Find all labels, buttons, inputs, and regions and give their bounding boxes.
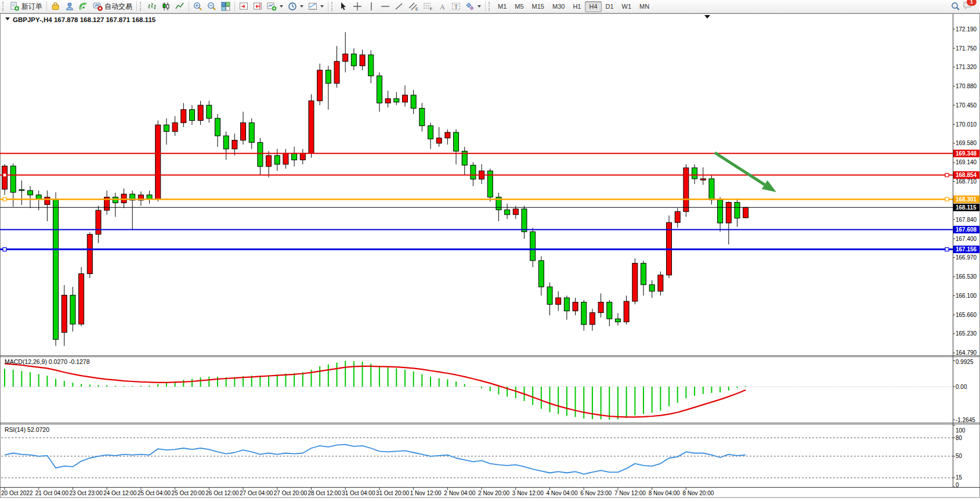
tile-windows-icon bbox=[221, 2, 230, 11]
candle-body bbox=[317, 70, 323, 101]
toolbar-grip[interactable] bbox=[140, 2, 143, 11]
bar-chart-mode-button[interactable] bbox=[145, 1, 159, 12]
candle-body bbox=[624, 301, 629, 322]
line-handle[interactable] bbox=[3, 197, 6, 201]
candle-body bbox=[53, 199, 59, 339]
market-button[interactable] bbox=[49, 1, 63, 12]
line-handle[interactable] bbox=[945, 174, 949, 177]
timeframe-button-W1[interactable]: W1 bbox=[618, 1, 636, 12]
timeframe-button-M30[interactable]: M30 bbox=[548, 1, 569, 12]
crosshair-tool-button[interactable] bbox=[350, 1, 364, 12]
notifications-button[interactable]: 1 bbox=[963, 1, 973, 13]
line-chart-mode-button[interactable] bbox=[173, 1, 187, 12]
candle-body bbox=[343, 54, 348, 62]
toolbar-separator bbox=[234, 1, 235, 12]
chart-canvas[interactable]: 172.190171.750171.320170.880170.450170.0… bbox=[0, 13, 980, 501]
timeframe-button-H1[interactable]: H1 bbox=[569, 1, 585, 12]
candle-body bbox=[547, 287, 552, 304]
dropdown-caret bbox=[300, 5, 303, 8]
timeframe-button-D1[interactable]: D1 bbox=[602, 1, 618, 12]
search-button[interactable] bbox=[949, 1, 963, 12]
toolbar-grip[interactable] bbox=[2, 2, 6, 11]
candle-body bbox=[241, 122, 246, 140]
timeframe-button-M1[interactable]: M1 bbox=[494, 1, 511, 12]
cursor-tool-button[interactable] bbox=[337, 1, 350, 12]
auto-scroll-button[interactable] bbox=[237, 1, 251, 12]
autotrading-icon bbox=[93, 2, 103, 11]
timeframe-button-M15[interactable]: M15 bbox=[528, 1, 548, 12]
toolbar-right-group: 1 bbox=[949, 1, 979, 13]
signals-button[interactable] bbox=[77, 1, 91, 12]
candle-body bbox=[385, 99, 390, 103]
candle-body bbox=[223, 136, 229, 149]
candle-body bbox=[96, 210, 101, 234]
svg-text:167.608: 167.608 bbox=[956, 226, 977, 233]
toolbar-grip[interactable] bbox=[489, 2, 492, 11]
candle-body bbox=[172, 122, 178, 131]
time-tick-label: 28 Oct 12:00 bbox=[308, 490, 341, 496]
text-label-tool-button[interactable]: T bbox=[449, 1, 463, 12]
timeframe-button-H4[interactable]: H4 bbox=[585, 1, 601, 12]
time-tick-label: 31 Oct 20:00 bbox=[376, 490, 410, 496]
svg-text:T: T bbox=[454, 3, 458, 10]
price-line-label-168.854: 168.854 bbox=[953, 171, 979, 179]
timeframe-button-M5[interactable]: M5 bbox=[511, 1, 527, 12]
template-button[interactable] bbox=[306, 1, 326, 12]
new-order-button[interactable]: 新订单 bbox=[8, 1, 45, 12]
candle-body bbox=[641, 263, 646, 284]
price-tick-label: 170.010 bbox=[956, 121, 977, 128]
candle-body bbox=[445, 132, 450, 138]
time-tick-label: 27 Oct 04:00 bbox=[240, 490, 273, 496]
time-tick-label: 6 Nov 23:00 bbox=[580, 490, 612, 496]
rsi-tick-label: 15 bbox=[956, 474, 963, 481]
candle-body bbox=[10, 166, 16, 192]
price-line-label-167.608: 167.608 bbox=[953, 226, 979, 233]
text-tool-button[interactable]: A bbox=[435, 1, 449, 12]
time-tick-label: 24 Oct 12:00 bbox=[103, 490, 137, 496]
line-handle[interactable] bbox=[945, 248, 949, 251]
price-tick-label: 170.880 bbox=[956, 83, 977, 89]
time-tick-label: 7 Nov 12:00 bbox=[614, 490, 646, 496]
line-handle[interactable] bbox=[3, 248, 6, 251]
period-button[interactable] bbox=[285, 1, 306, 12]
autotrading-label: 自动交易 bbox=[104, 2, 132, 12]
price-tick-label: 165.230 bbox=[956, 330, 977, 337]
line-handle[interactable] bbox=[3, 174, 6, 177]
dropdown-caret bbox=[280, 5, 283, 8]
add-indicator-button[interactable] bbox=[265, 1, 285, 12]
chart-shift-button[interactable] bbox=[251, 1, 265, 12]
price-tick-label: 169.140 bbox=[956, 159, 977, 165]
chart-window[interactable]: 172.190171.750171.320170.880170.450170.0… bbox=[0, 13, 980, 501]
zoom-in-button[interactable] bbox=[191, 1, 205, 12]
toolbar-grip[interactable] bbox=[331, 2, 335, 11]
time-tick-label: 26 Oct 12:00 bbox=[205, 490, 239, 496]
toolbar-separator bbox=[485, 1, 486, 12]
candle-body bbox=[649, 284, 654, 291]
fibonacci-tool-button[interactable]: F bbox=[421, 1, 435, 12]
shapes-icon bbox=[465, 2, 475, 11]
candle-body bbox=[522, 209, 527, 232]
trendline-tool-button[interactable] bbox=[392, 1, 406, 12]
price-tick-label: 166.100 bbox=[956, 293, 977, 299]
autotrading-button[interactable]: 自动交易 bbox=[91, 1, 135, 12]
candlestick-mode-button[interactable] bbox=[159, 1, 173, 12]
candle-body bbox=[454, 132, 459, 151]
toolbar-separator bbox=[189, 1, 189, 12]
candle-body bbox=[232, 140, 237, 149]
zoom-out-button[interactable] bbox=[205, 1, 219, 12]
price-tick-label: 166.530 bbox=[956, 273, 977, 280]
candle-body bbox=[505, 210, 510, 214]
line-handle[interactable] bbox=[945, 197, 949, 201]
shapes-tool-button[interactable] bbox=[463, 1, 483, 12]
candle-body bbox=[274, 156, 280, 164]
channel-tool-button[interactable]: E bbox=[406, 1, 421, 12]
community-button[interactable] bbox=[63, 1, 77, 12]
candle-body bbox=[598, 302, 603, 313]
horizontal-line-tool-button[interactable] bbox=[378, 1, 392, 12]
candle-body bbox=[615, 319, 620, 322]
candle-body bbox=[573, 302, 578, 311]
timeframe-button-MN[interactable]: MN bbox=[635, 1, 653, 12]
candle-body bbox=[62, 295, 67, 332]
vertical-line-tool-button[interactable] bbox=[364, 1, 378, 12]
tile-windows-button[interactable] bbox=[219, 1, 233, 12]
